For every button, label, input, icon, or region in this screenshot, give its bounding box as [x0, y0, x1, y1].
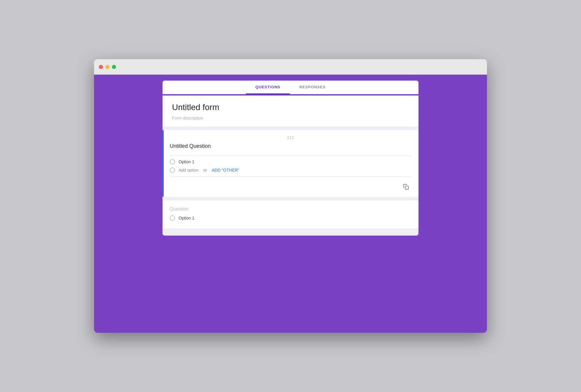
card-actions — [170, 181, 411, 192]
add-other-link[interactable]: ADD "OTHER" — [212, 168, 239, 173]
radio-option-1 — [170, 159, 175, 164]
question-card-1: Untitled Question Option 1 Add option or… — [163, 130, 418, 197]
question-2-placeholder: Question — [170, 206, 411, 212]
svg-point-0 — [288, 136, 289, 137]
option-row-1: Option 1 — [170, 159, 411, 164]
svg-point-1 — [290, 136, 291, 137]
question-2-option-1: Option 1 — [170, 215, 411, 221]
traffic-light-green[interactable] — [112, 65, 116, 69]
drag-handle — [170, 136, 411, 139]
copy-button[interactable] — [401, 181, 411, 192]
card-divider — [170, 176, 411, 177]
svg-point-5 — [292, 138, 293, 139]
traffic-light-yellow[interactable] — [105, 65, 110, 69]
browser-content: QUESTIONS RESPONSES Untitled form Form d… — [94, 75, 487, 333]
q2-option-1-label: Option 1 — [179, 216, 194, 220]
form-tabs: QUESTIONS RESPONSES — [163, 81, 418, 94]
form-title-area: Untitled form Form description — [163, 94, 418, 126]
svg-point-3 — [288, 138, 289, 139]
questions-area: Untitled Question Option 1 Add option or… — [163, 126, 418, 236]
form-container: QUESTIONS RESPONSES Untitled form Form d… — [163, 81, 418, 236]
svg-rect-6 — [405, 186, 409, 189]
form-title: Untitled form — [172, 103, 409, 112]
radio-add — [170, 167, 175, 173]
question-divider — [170, 155, 411, 156]
question-card-2: Question Option 1 — [163, 200, 418, 228]
add-option-text: Add option — [179, 168, 199, 173]
svg-point-2 — [292, 136, 293, 137]
form-description: Form description — [172, 116, 409, 120]
tab-questions[interactable]: QUESTIONS — [246, 81, 290, 94]
svg-point-4 — [290, 138, 291, 139]
browser-chrome — [94, 59, 487, 75]
form-header: QUESTIONS RESPONSES — [163, 81, 418, 94]
or-text: or — [203, 168, 207, 173]
traffic-light-red[interactable] — [99, 65, 103, 69]
question-title[interactable]: Untitled Question — [170, 143, 411, 149]
tab-responses[interactable]: RESPONSES — [290, 81, 335, 94]
option-1-label: Option 1 — [179, 159, 194, 164]
browser-window: QUESTIONS RESPONSES Untitled form Form d… — [94, 59, 487, 333]
option-row-add[interactable]: Add option or ADD "OTHER" — [170, 167, 411, 173]
radio-q2-option-1 — [170, 215, 175, 221]
